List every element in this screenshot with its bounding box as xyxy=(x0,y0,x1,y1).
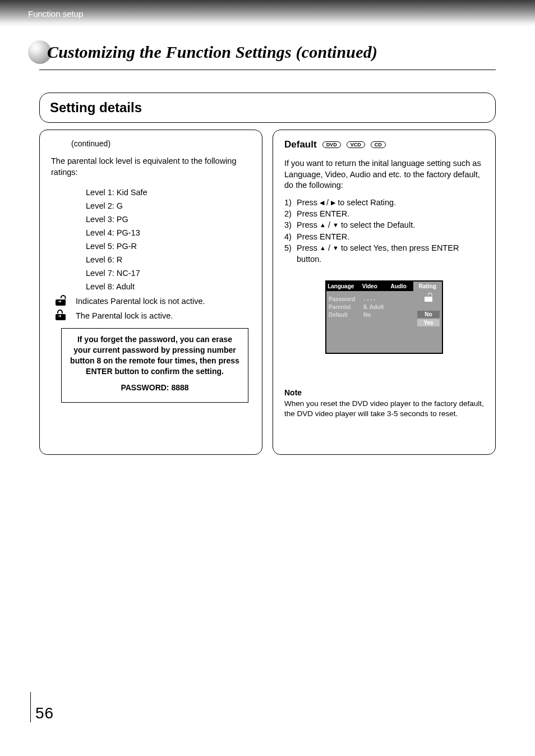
rating-level: Level 7: NC-17 xyxy=(86,269,251,278)
step-number: 1) xyxy=(284,197,297,208)
up-arrow-icon: ▲ xyxy=(320,244,326,252)
dvd-badge: DVD xyxy=(322,141,341,148)
t: Press xyxy=(297,198,320,207)
step-text: Press ▲ / ▼ to select the Default. xyxy=(297,219,415,231)
t: / xyxy=(324,198,331,207)
osd-value: No xyxy=(363,312,413,318)
step-row: 1) Press ◀ / ▶ to select Rating. xyxy=(284,197,484,208)
osd-left-col: Password Parental Default xyxy=(326,291,361,353)
step-number: 4) xyxy=(284,231,297,242)
osd-option-no: No xyxy=(417,311,440,318)
note-heading: Note xyxy=(284,388,302,397)
forgot-line: button 8 on the remote four times, then … xyxy=(68,356,241,366)
step-row: 4) Press ENTER. xyxy=(284,231,484,242)
lock-open-icon xyxy=(56,297,66,306)
osd-screenshot: Language Video Audio Rating Password Par… xyxy=(284,280,484,354)
osd-item: Password xyxy=(329,296,359,302)
rating-levels-list: Level 1: Kid Safe Level 2: G Level 3: PG… xyxy=(86,188,251,291)
osd-tab-audio: Audio xyxy=(384,282,413,291)
section-header-band: Setting details xyxy=(39,93,496,123)
rating-level: Level 6: R xyxy=(86,255,251,264)
osd-menu: Language Video Audio Rating Password Par… xyxy=(325,280,443,354)
lock-open-text: Indicates Parental lock is not active. xyxy=(76,297,205,306)
left-arrow-icon: ◀ xyxy=(320,199,324,207)
osd-tabs: Language Video Audio Rating xyxy=(326,282,442,291)
t: / xyxy=(326,220,333,229)
steps-list: 1) Press ◀ / ▶ to select Rating. 2) Pres… xyxy=(284,197,484,265)
osd-option-yes: Yes xyxy=(417,319,440,326)
osd-lock-icon xyxy=(425,294,432,302)
osd-mid-col: - - - - 8. Adult No xyxy=(361,291,415,353)
rating-level: Level 1: Kid Safe xyxy=(86,188,251,197)
step-row: 2) Press ENTER. xyxy=(284,208,484,219)
step-number: 5) xyxy=(284,242,297,265)
breadcrumb: Function setup xyxy=(28,9,83,19)
rating-level: Level 2: G xyxy=(86,201,251,210)
osd-tab-video: Video xyxy=(356,282,385,291)
osd-right-col: No Yes xyxy=(415,291,442,353)
right-arrow-icon: ▶ xyxy=(331,199,335,207)
default-heading-row: Default DVD VCD CD xyxy=(284,139,484,150)
osd-value: - - - - xyxy=(363,296,413,302)
note-body: When you reset the DVD video player to t… xyxy=(284,399,484,418)
step-text: Press ENTER. xyxy=(297,231,349,242)
lock-closed-row: The Parental lock is active. xyxy=(56,311,251,320)
step-number: 2) xyxy=(284,208,297,219)
t: Press xyxy=(297,220,320,229)
continued-label: (continued) xyxy=(51,139,251,148)
page-title: Customizing the Function Settings (conti… xyxy=(47,43,377,62)
step-row: 3) Press ▲ / ▼ to select the Default. xyxy=(284,219,484,231)
step-number: 3) xyxy=(284,219,297,231)
step-text: Press ENTER. xyxy=(297,208,349,219)
title-underline xyxy=(39,70,496,70)
osd-item: Parental xyxy=(329,304,359,310)
header-bar: Function setup xyxy=(0,0,535,27)
step-text: Press ▲ / ▼ to select Yes, then press EN… xyxy=(297,242,484,265)
default-heading: Default xyxy=(284,139,317,150)
rating-level: Level 3: PG xyxy=(86,215,251,224)
default-password: PASSWORD: 8888 xyxy=(68,382,241,393)
forgot-line: If you forget the password, you can eras… xyxy=(68,334,241,345)
lock-closed-icon xyxy=(56,311,66,320)
rating-level: Level 8: Adult xyxy=(86,282,251,291)
step-row: 5) Press ▲ / ▼ to select Yes, then press… xyxy=(284,242,484,265)
left-intro: The parental lock level is equivalent to… xyxy=(51,156,251,178)
forgot-line: ENTER button to confirm the setting. xyxy=(68,366,241,377)
section-header: Setting details xyxy=(50,100,485,116)
osd-body: Password Parental Default - - - - 8. Adu… xyxy=(326,291,442,353)
left-column: (continued) The parental lock level is e… xyxy=(39,130,262,455)
title-row: Customizing the Function Settings (conti… xyxy=(0,27,535,68)
vcd-badge: VCD xyxy=(347,141,365,148)
rating-level: Level 4: PG-13 xyxy=(86,228,251,237)
t: to select the Default. xyxy=(339,220,415,229)
osd-item: Default xyxy=(329,312,359,318)
content-columns: (continued) The parental lock level is e… xyxy=(39,130,496,455)
password-reset-box: If you forget the password, you can eras… xyxy=(61,328,248,402)
osd-value: 8. Adult xyxy=(363,304,413,310)
up-arrow-icon: ▲ xyxy=(320,221,326,229)
down-arrow-icon: ▼ xyxy=(333,221,339,229)
t: to select Rating. xyxy=(335,198,396,207)
lock-closed-text: The Parental lock is active. xyxy=(76,311,173,320)
osd-tab-language: Language xyxy=(326,282,356,291)
page-number: 56 xyxy=(30,692,54,722)
right-intro: If you want to return the inital languag… xyxy=(284,158,484,191)
right-column: Default DVD VCD CD If you want to return… xyxy=(273,130,496,455)
step-text: Press ◀ / ▶ to select Rating. xyxy=(297,197,396,208)
forgot-line: your current password by pressing number xyxy=(68,345,241,356)
t: Press xyxy=(297,243,320,252)
rating-level: Level 5: PG-R xyxy=(86,242,251,251)
osd-tab-rating: Rating xyxy=(413,282,442,291)
down-arrow-icon: ▼ xyxy=(333,244,339,252)
note-block: Note When you reset the DVD video player… xyxy=(284,388,484,419)
cd-badge: CD xyxy=(371,141,386,148)
lock-open-row: Indicates Parental lock is not active. xyxy=(56,297,251,306)
t: / xyxy=(326,243,333,252)
